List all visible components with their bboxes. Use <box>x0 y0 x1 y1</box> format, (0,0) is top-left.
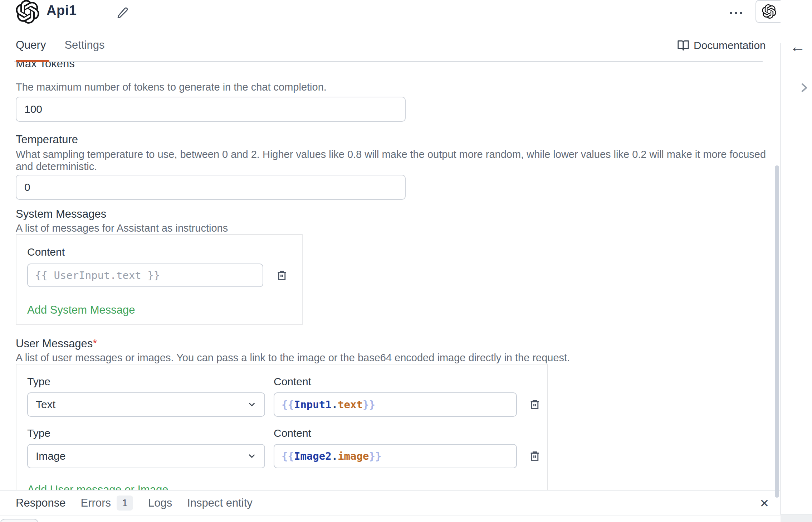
tab-response[interactable]: Response <box>16 497 66 509</box>
edit-name-button[interactable] <box>113 4 132 21</box>
max-tokens-description: The maximum number of tokens to generate… <box>16 81 766 93</box>
tab-settings[interactable]: Settings <box>64 39 104 52</box>
vertical-divider <box>780 43 781 514</box>
editor-tabs: Query Settings <box>16 39 104 52</box>
tab-query[interactable]: Query <box>16 39 46 52</box>
system-messages-description: A list of messages for Assistant as inst… <box>16 222 766 234</box>
temperature-description: What sampling temperature to use, betwee… <box>16 148 766 173</box>
openai-logo-icon <box>762 4 776 19</box>
chevron-down-icon <box>247 451 256 461</box>
delete-user-message-button[interactable] <box>525 447 544 465</box>
trash-icon <box>529 450 540 462</box>
bottom-pane: Response Errors 1 Logs Inspect entity ✕ <box>0 490 781 522</box>
temperature-label: Temperature <box>16 132 766 147</box>
message-type-select[interactable]: Image <box>27 444 265 468</box>
query-form: Max Tokens The maximum number of tokens … <box>0 62 781 490</box>
more-dots-icon <box>730 12 732 14</box>
bottom-pane-tabs: Response Errors 1 Logs Inspect entity <box>0 490 781 516</box>
message-content-input[interactable]: {{Input1.text}} <box>274 392 517 417</box>
max-tokens-label: Max Tokens <box>16 62 766 71</box>
type-label: Type <box>27 374 265 389</box>
system-content-input[interactable] <box>27 264 263 287</box>
type-label: Type <box>27 426 265 440</box>
temperature-input[interactable] <box>16 175 406 200</box>
back-arrow-icon[interactable]: ← <box>788 37 807 56</box>
panel-footer-area <box>781 515 812 522</box>
delete-system-message-button[interactable] <box>273 266 291 285</box>
chevron-right-icon[interactable] <box>797 79 811 97</box>
right-side-panel: ← <box>781 0 812 522</box>
tabs-divider <box>14 61 763 62</box>
system-messages-box: Content Add System Message <box>16 234 303 325</box>
openai-logo-icon <box>16 0 39 24</box>
selected-type: Image <box>36 450 65 462</box>
content-label: Content <box>274 374 517 389</box>
add-user-message-button[interactable]: Add User message or Image <box>27 483 168 490</box>
scrollbar-thumb[interactable] <box>775 165 779 498</box>
chevron-down-icon <box>247 400 256 409</box>
user-messages-box: Type Content Text {{Input1.text}} Type C… <box>16 364 548 490</box>
user-messages-description: A list of user messages or images. You c… <box>16 352 766 364</box>
book-icon <box>677 39 689 52</box>
add-system-message-button[interactable]: Add System Message <box>27 303 135 317</box>
message-type-select[interactable]: Text <box>27 392 265 417</box>
content-label: Content <box>274 426 517 440</box>
trash-icon <box>529 399 540 410</box>
active-tab-underline <box>16 60 49 62</box>
system-content-label: Content <box>27 245 291 259</box>
max-tokens-input[interactable] <box>16 97 406 122</box>
bottom-left-partial-control[interactable] <box>0 519 39 522</box>
tab-logs[interactable]: Logs <box>148 497 172 509</box>
delete-user-message-button[interactable] <box>525 395 544 414</box>
documentation-label: Documentation <box>694 39 766 52</box>
errors-count-badge: 1 <box>117 496 133 511</box>
close-icon[interactable]: ✕ <box>757 496 772 511</box>
documentation-link[interactable]: Documentation <box>677 39 766 52</box>
tab-inspect-entity[interactable]: Inspect entity <box>187 497 253 509</box>
more-menu-button[interactable] <box>725 5 746 21</box>
system-messages-label: System Messages <box>16 207 766 221</box>
page-title: Api1 <box>47 3 77 18</box>
tab-errors[interactable]: Errors 1 <box>81 496 133 511</box>
message-content-input[interactable]: {{Image2.image}} <box>274 444 517 468</box>
selected-type: Text <box>36 398 55 411</box>
pencil-icon <box>116 7 128 19</box>
user-messages-label: User Messages <box>16 337 93 351</box>
required-asterisk: * <box>93 337 97 351</box>
trash-icon <box>276 270 288 281</box>
